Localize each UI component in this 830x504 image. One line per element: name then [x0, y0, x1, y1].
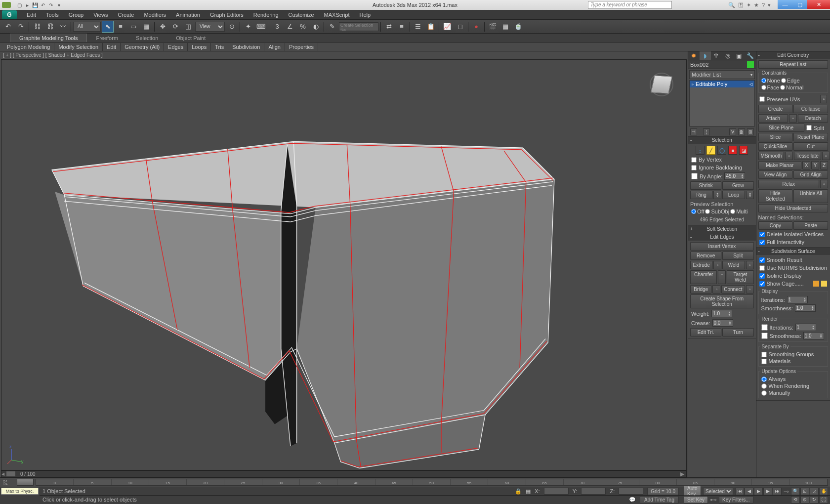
- layer-manager-button[interactable]: 📋: [425, 21, 437, 33]
- timeline-scrollbar[interactable]: ◀ 0 / 100 ▶: [1, 470, 687, 477]
- extrude-settings-button[interactable]: ▫: [713, 261, 721, 269]
- menu-modifiers[interactable]: Modifiers: [139, 12, 171, 18]
- keyboard-shortcut-button[interactable]: ⌨: [255, 21, 267, 33]
- make-unique-icon[interactable]: ∀: [729, 128, 736, 135]
- planar-y-button[interactable]: Y: [811, 161, 819, 169]
- object-color-swatch[interactable]: [747, 61, 754, 68]
- ribbon-panel-align[interactable]: Align: [264, 43, 285, 51]
- menu-grapheditors[interactable]: Graph Editors: [205, 12, 249, 18]
- relax-settings-button[interactable]: ▫: [820, 180, 828, 188]
- create-button[interactable]: Create: [758, 105, 793, 113]
- layers-button[interactable]: ☰: [412, 21, 424, 33]
- subobj-element-button[interactable]: ◪: [739, 146, 748, 155]
- cage-color-2[interactable]: [821, 281, 827, 287]
- rollout-softselection-header[interactable]: Soft Selection: [688, 225, 756, 233]
- abs-rel-icon[interactable]: ▦: [526, 488, 531, 495]
- weight-spinner[interactable]: [713, 311, 728, 316]
- hide-unselected-button[interactable]: Hide Unselected: [758, 204, 828, 212]
- nurms-checkbox[interactable]: [759, 265, 765, 271]
- qat-open-icon[interactable]: ▸: [24, 1, 31, 8]
- bridge-button[interactable]: Bridge: [690, 285, 711, 294]
- grow-button[interactable]: Grow: [722, 181, 753, 190]
- goto-end-button[interactable]: ⏭: [773, 488, 782, 495]
- by-vertex-checkbox[interactable]: [691, 157, 697, 163]
- chamfer-settings-button[interactable]: ▫: [718, 270, 726, 284]
- x-coord-input[interactable]: [544, 488, 569, 495]
- timeline-config-icon[interactable]: ⛕: [2, 479, 17, 486]
- select-region-button[interactable]: ▭: [127, 21, 139, 33]
- tab-hierarchy-icon[interactable]: ♆: [711, 51, 722, 60]
- rendered-frame-button[interactable]: ▦: [499, 21, 511, 33]
- remove-modifier-icon[interactable]: 🗑: [738, 128, 745, 135]
- show-result-icon[interactable]: ¦: [703, 128, 710, 135]
- close-button[interactable]: ✕: [807, 0, 830, 9]
- render-smooth-checkbox[interactable]: [761, 333, 768, 339]
- planar-z-button[interactable]: Z: [820, 161, 828, 169]
- constraint-edge-radio[interactable]: [781, 78, 786, 83]
- tessellate-button[interactable]: Tessellate: [794, 152, 821, 160]
- goto-start-button[interactable]: ⏮: [735, 488, 744, 495]
- manipulate-button[interactable]: ✦: [242, 21, 254, 33]
- angle-snap-button[interactable]: ∠: [284, 21, 296, 33]
- nav-maximize-icon[interactable]: ⛶: [819, 496, 828, 504]
- sep-materials-checkbox[interactable]: [761, 359, 767, 364]
- prev-frame-button[interactable]: ◀: [745, 488, 753, 495]
- copy-ns-button[interactable]: Copy: [758, 221, 793, 230]
- help-icon[interactable]: ?: [762, 2, 765, 8]
- constraint-normal-radio[interactable]: [780, 85, 785, 90]
- configure-sets-icon[interactable]: ⊞: [747, 128, 754, 135]
- tab-motion-icon[interactable]: ◎: [722, 51, 733, 60]
- sep-smoothing-groups-checkbox[interactable]: [761, 352, 767, 357]
- ribbon-panel-tris[interactable]: Tris: [211, 43, 228, 51]
- comm-center-icon[interactable]: 💬: [629, 497, 636, 503]
- set-key-large-icon[interactable]: ⊷: [710, 496, 717, 504]
- preserve-uvs-checkbox[interactable]: [759, 96, 765, 102]
- ribbon-panel-edges[interactable]: Edges: [164, 43, 188, 51]
- viewport[interactable]: z y: [1, 59, 687, 470]
- stack-item-editable-poly[interactable]: Editable Poly: [690, 81, 754, 87]
- schematic-view-button[interactable]: ◻: [454, 21, 466, 33]
- ribbon-tab-graphite[interactable]: Graphite Modeling Tools: [10, 34, 87, 42]
- make-planar-button[interactable]: Make Planar: [758, 161, 801, 169]
- exchange-icon[interactable]: ✦: [747, 2, 751, 8]
- grid-align-button[interactable]: Grid Align: [793, 170, 828, 179]
- redo-button[interactable]: ↷: [15, 21, 27, 33]
- search-icon[interactable]: 🔍: [728, 2, 735, 8]
- by-angle-checkbox[interactable]: [691, 173, 698, 179]
- delete-isolated-checkbox[interactable]: [759, 232, 765, 237]
- crease-spinner[interactable]: [714, 320, 729, 326]
- time-slider[interactable]: [17, 479, 34, 486]
- rotate-button[interactable]: ⟳: [169, 21, 181, 33]
- create-shape-button[interactable]: Create Shape From Selection: [690, 294, 754, 308]
- view-align-button[interactable]: View Align: [758, 170, 793, 179]
- modifier-list-dropdown[interactable]: Modifier List: [689, 70, 755, 79]
- viewport-label[interactable]: [ + ] [ Perspective ] [ Shaded + Edged F…: [0, 51, 688, 59]
- selection-filter-dropdown[interactable]: All: [73, 22, 101, 32]
- ribbon-tab-objectpaint[interactable]: Object Paint: [167, 34, 214, 42]
- msmooth-settings-button[interactable]: ▫: [785, 152, 793, 160]
- insert-vertex-button[interactable]: Insert Vertex: [690, 242, 754, 251]
- key-filters-button[interactable]: Key Filters...: [719, 496, 753, 504]
- rollout-editgeometry-header[interactable]: Edit Geometry: [756, 51, 830, 59]
- snap-toggle-button[interactable]: 3: [271, 21, 283, 33]
- shrink-button[interactable]: Shrink: [690, 181, 721, 190]
- collapse-button[interactable]: Collapse: [793, 105, 828, 113]
- menu-edit[interactable]: Edit: [22, 12, 41, 18]
- constraint-face-radio[interactable]: [761, 85, 766, 90]
- slice-button[interactable]: Slice: [758, 133, 793, 141]
- show-cage-checkbox[interactable]: [759, 281, 765, 287]
- subobj-edge-button[interactable]: ╱: [706, 146, 715, 155]
- ribbon-panel-properties[interactable]: Properties: [285, 43, 318, 51]
- next-frame-button[interactable]: ▶: [763, 488, 772, 495]
- subobj-polygon-button[interactable]: ■: [728, 146, 737, 155]
- rollout-selection-header[interactable]: Selection: [688, 136, 756, 144]
- key-mode-dropdown[interactable]: Selected: [703, 488, 733, 495]
- hide-selected-button[interactable]: Hide Selected: [758, 189, 793, 203]
- modifier-stack[interactable]: Editable Poly: [689, 80, 755, 126]
- nav-roll-icon[interactable]: ↻: [810, 496, 819, 504]
- preview-multi-radio[interactable]: [730, 209, 735, 214]
- minimize-button[interactable]: —: [778, 0, 792, 9]
- tab-create-icon[interactable]: ✹: [688, 51, 700, 60]
- use-center-button[interactable]: ⊙: [226, 21, 238, 33]
- by-angle-spinner[interactable]: [726, 173, 741, 179]
